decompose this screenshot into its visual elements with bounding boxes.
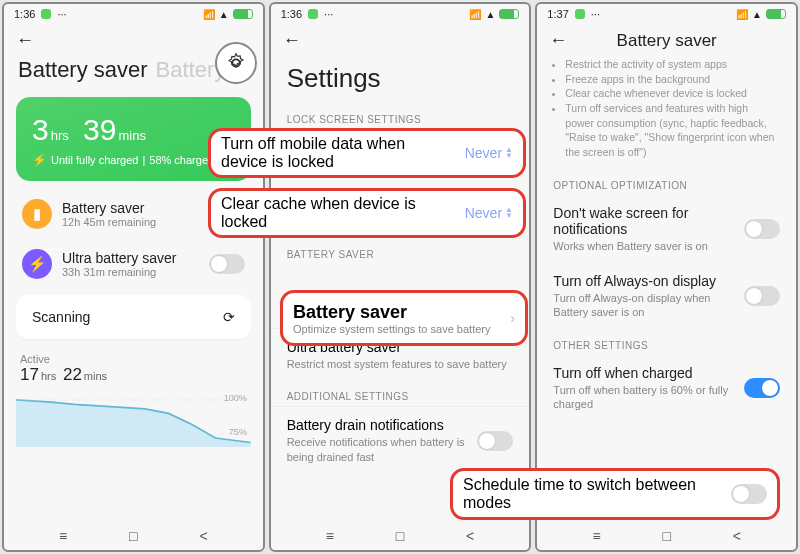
- android-nav-bar: ≡ □ <: [4, 520, 263, 550]
- highlight-clear-cache-lock[interactable]: Clear cache when device is locked Never …: [208, 188, 526, 238]
- mode-title: Ultra battery saver: [62, 250, 199, 266]
- battery-icon: [233, 9, 253, 19]
- settings-button[interactable]: [215, 42, 257, 84]
- status-indicator-icon: [575, 9, 585, 19]
- ultra-saver-icon: ⚡: [22, 249, 52, 279]
- battery-icon: [499, 9, 519, 19]
- nav-back[interactable]: <: [192, 528, 214, 544]
- mins-value: 39: [83, 113, 116, 146]
- nav-back[interactable]: <: [726, 528, 748, 544]
- charge-sub-suffix: 58% charged: [149, 154, 214, 166]
- nav-recents[interactable]: ≡: [586, 528, 608, 544]
- android-nav-bar: ≡ □ <: [271, 520, 530, 550]
- more-dots: ···: [57, 8, 66, 20]
- back-button[interactable]: ←: [16, 30, 34, 51]
- drain-toggle[interactable]: [477, 431, 513, 451]
- bolt-icon: ⚡: [32, 153, 47, 167]
- mins-unit: mins: [118, 128, 145, 143]
- mode-ultra-saver[interactable]: ⚡ Ultra battery saver 33h 31m remaining: [4, 239, 263, 289]
- panel-battery-overview: 1:36 ··· 📶 ▲ ← Battery saver Battery: [2, 2, 265, 552]
- scanning-label: Scanning: [32, 309, 90, 325]
- item-drain-notifications[interactable]: Battery drain notifications Receive noti…: [271, 406, 530, 474]
- battery-icon: [766, 9, 786, 19]
- wifi-icon: ▲: [752, 9, 762, 20]
- signal-icon: 📶: [469, 9, 481, 20]
- page-title: Battery saver: [18, 57, 148, 83]
- section-battery-saver: BATTERY SAVER: [271, 239, 530, 264]
- active-label: Active: [20, 353, 247, 365]
- highlight-schedule-modes[interactable]: Schedule time to switch between modes: [450, 468, 780, 520]
- nav-home[interactable]: □: [389, 528, 411, 544]
- clock: 1:36: [14, 8, 35, 20]
- highlight-battery-saver-item[interactable]: Battery saver Optimize system settings t…: [280, 290, 528, 346]
- section-optional-optimization: OPTIONAL OPTIMIZATION: [537, 170, 796, 195]
- back-button[interactable]: ←: [283, 30, 301, 51]
- scanning-card[interactable]: Scanning ⟳: [16, 295, 251, 339]
- charge-sub-prefix: Until fully charged: [51, 154, 138, 166]
- mode-subtitle: 33h 31m remaining: [62, 266, 199, 278]
- schedule-toggle[interactable]: [731, 484, 767, 504]
- battery-saver-icon: ▮: [22, 199, 52, 229]
- section-additional: ADDITIONAL SETTINGS: [271, 381, 530, 406]
- highlight-mobile-data-lock[interactable]: Turn off mobile data when device is lock…: [208, 128, 526, 178]
- more-dots: ···: [324, 8, 333, 20]
- more-dots: ···: [591, 8, 600, 20]
- signal-icon: 📶: [203, 9, 215, 20]
- item-turn-off-aod[interactable]: Turn off Always-on display Turn off Alwa…: [537, 263, 796, 330]
- feature-bullets: Restrict the activity of system apps Fre…: [537, 57, 796, 170]
- section-lock-screen: LOCK SCREEN SETTINGS: [271, 104, 530, 129]
- item-dont-wake-screen[interactable]: Don't wake screen for notifications Work…: [537, 195, 796, 263]
- hours-value: 3: [32, 113, 49, 146]
- status-bar: 1:36 ··· 📶 ▲: [4, 4, 263, 24]
- status-indicator-icon: [308, 9, 318, 19]
- page-title: Settings: [271, 57, 530, 104]
- wifi-icon: ▲: [485, 9, 495, 20]
- nav-home[interactable]: □: [656, 528, 678, 544]
- page-title: Battery saver: [567, 31, 766, 51]
- nav-back[interactable]: <: [459, 528, 481, 544]
- chevron-right-icon: ›: [510, 310, 515, 326]
- active-hours: 17: [20, 365, 39, 384]
- status-bar: 1:36 ··· 📶 ▲: [271, 4, 530, 24]
- aod-toggle[interactable]: [744, 286, 780, 306]
- android-nav-bar: ≡ □ <: [537, 520, 796, 550]
- back-button[interactable]: ←: [549, 30, 567, 51]
- nav-recents[interactable]: ≡: [319, 528, 341, 544]
- section-other-settings: OTHER SETTINGS: [537, 330, 796, 355]
- charged-toggle[interactable]: [744, 378, 780, 398]
- sort-icon: ▲▼: [505, 207, 513, 219]
- wifi-icon: ▲: [219, 9, 229, 20]
- status-indicator-icon: [41, 9, 51, 19]
- clock: 1:37: [547, 8, 568, 20]
- active-mins: 22: [63, 365, 82, 384]
- signal-icon: 📶: [736, 9, 748, 20]
- battery-sparkline: 100% 75%: [16, 391, 251, 447]
- item-turn-off-when-charged[interactable]: Turn off when charged Turn off when batt…: [537, 355, 796, 422]
- nav-recents[interactable]: ≡: [52, 528, 74, 544]
- clock: 1:36: [281, 8, 302, 20]
- nav-home[interactable]: □: [122, 528, 144, 544]
- status-bar: 1:37 ··· 📶 ▲: [537, 4, 796, 24]
- ultra-saver-toggle[interactable]: [209, 254, 245, 274]
- sort-icon: ▲▼: [505, 147, 513, 159]
- wake-toggle[interactable]: [744, 219, 780, 239]
- gear-icon: [225, 52, 247, 74]
- refresh-icon[interactable]: ⟳: [223, 309, 235, 325]
- hours-unit: hrs: [51, 128, 69, 143]
